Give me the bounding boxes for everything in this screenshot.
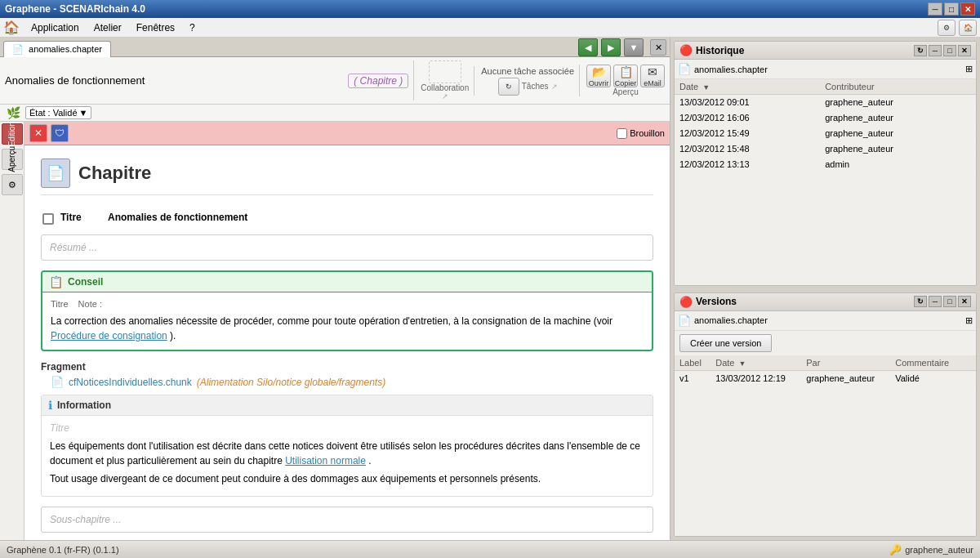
apercu-mode-button[interactable]: Aperçu [2,149,23,170]
historique-minimize-button[interactable]: ─ [929,45,942,56]
apercu-section: 📂 Ouvrir 📋 Copier ✉ eMail Aperçu [579,65,665,96]
restore-button[interactable]: □ [944,2,959,16]
historique-table-row[interactable]: 13/03/2012 09:01 graphene_auteur [675,95,976,110]
apercu-mode-label: Aperçu [7,146,16,172]
collaboration-section: Collaboration ↗ [413,60,469,100]
tasks-refresh-icon[interactable]: ↻ [498,78,519,96]
collaboration-label: Collaboration [421,83,469,92]
tab-bar: 📄 anomalies.chapter ◀ ▶ ▼ ✕ [0,38,670,57]
versions-date-sort-icon[interactable]: ▼ [739,359,746,368]
sous-chapitre-box[interactable]: Sous-chapitre ... [41,507,653,533]
historique-panel-title: Historique [696,45,744,56]
copy-icon: 📋 [619,65,633,78]
info-text-2: Tout usage divergeant de ce document peu… [50,471,644,486]
tab-anomalies[interactable]: 📄 anomalies.chapter [3,41,111,57]
delete-button[interactable]: ✕ [29,124,47,142]
historique-col-contributor: Contributeur [820,79,963,95]
copy-button[interactable]: 📋 Copier [613,65,638,87]
versions-expand-col-icon[interactable]: ⊞ [965,315,973,326]
versions-label-cell: v1 [675,370,710,386]
menu-fenetres[interactable]: Fenêtres [130,20,181,35]
resume-box[interactable]: Résumé ... [41,234,653,261]
edition-label: Edition [7,122,16,146]
conseil-header: 📋 Conseil [42,272,652,292]
versions-panel: 🔴 Versions ↻ ─ □ ✕ 📄 anomalies.chapter ⊞… [674,292,977,538]
editor-content: 📄 Chapitre Titre Anomalies de fonctionne… [24,145,670,540]
email-icon: ✉ [648,65,657,78]
minimize-button[interactable]: ─ [928,2,942,16]
nav-back-button[interactable]: ◀ [578,38,598,56]
date-sort-icon[interactable]: ▼ [702,83,710,92]
historique-table-row[interactable]: 12/03/2012 16:06 graphene_auteur [675,110,976,126]
historique-contributor-cell: graphene_auteur [820,126,963,141]
editor-toolbar: ✕ 🛡 Brouillon [24,122,670,145]
resume-placeholder: Résumé ... [50,242,97,253]
historique-contributor-cell: admin [820,157,963,172]
apercu-buttons: 📂 Ouvrir 📋 Copier ✉ eMail [586,65,665,87]
info-text-1: Les équipements dont l'utilisation est d… [50,439,644,468]
chapter-title-text: Chapitre [78,163,151,184]
menu-atelier[interactable]: Atelier [87,20,128,35]
main-layout: 📄 anomalies.chapter ◀ ▶ ▼ ✕ Anomalies de… [0,38,980,540]
versions-panel-title: Versions [696,296,737,307]
historique-panel-controls: ↻ ─ □ ✕ [914,45,971,56]
historique-close-button[interactable]: ✕ [958,45,971,56]
app-logo-icon: 🏠 [3,20,20,35]
settings-panel-button[interactable]: ⚙ [2,174,23,195]
title-value: Anomalies de fonctionnement [108,212,247,223]
chapter-icon: 📄 [41,158,70,188]
close-tab-button[interactable]: ✕ [650,39,666,56]
fragment-link[interactable]: cfNoticesIndividuelles.chunk [69,377,192,388]
close-button[interactable]: ✕ [960,2,975,16]
historique-expand-cell [963,141,976,157]
fragment-file-icon: 📄 [51,376,64,388]
nav-menu-button[interactable]: ▼ [624,38,644,56]
menu-help[interactable]: ? [183,20,202,35]
right-panel: 🔴 Historique ↻ ─ □ ✕ 📄 anomalies.chapter… [670,38,980,540]
status-bar: Graphène 0.1 (fr-FR) (0.1.1) 🔑 graphene_… [0,540,980,558]
apercu-label: Aperçu [612,87,639,96]
versions-maximize-button[interactable]: □ [943,296,956,307]
versions-file-icon: 📄 [678,315,691,327]
edition-mode-button[interactable]: Edition [2,123,23,145]
versions-minimize-button[interactable]: ─ [929,296,942,307]
sous-chapitre-placeholder: Sous-chapitre ... [50,514,121,525]
historique-table-header: Date ▼ Contributeur [675,79,976,95]
menu-bar: 🏠 Application Atelier Fenêtres ? ⚙ 🏠 [0,18,980,38]
historique-expand-cell [963,110,976,126]
historique-maximize-button[interactable]: □ [943,45,956,56]
main-editor[interactable]: 📄 Chapitre Titre Anomalies de fonctionne… [24,145,670,540]
home-icon-toolbar[interactable]: 🏠 [959,20,977,36]
versions-by-cell: graphene_auteur [801,370,890,386]
email-button[interactable]: ✉ eMail [640,65,665,87]
procedure-consignation-link[interactable]: Procédure de consignation [51,330,167,341]
versions-close-button[interactable]: ✕ [958,296,971,307]
utilisation-normale-link[interactable]: Utilisation normale [285,455,366,466]
historique-table-row[interactable]: 12/03/2012 13:13 admin [675,157,976,172]
open-label: Ouvrir [589,79,609,87]
versions-table-body: v1 13/03/2012 12:19 graphene_auteur Vali… [675,370,976,386]
create-version-button[interactable]: Créer une version [679,334,772,352]
open-button[interactable]: 📂 Ouvrir [586,65,611,87]
historique-panel-header: 🔴 Historique ↻ ─ □ ✕ [675,42,976,60]
gear-icon-toolbar[interactable]: ⚙ [938,20,956,36]
collaboration-expand-icon: ↗ [442,92,448,100]
status-dropdown[interactable]: État : Validé ▼ [25,106,91,119]
historique-table-row[interactable]: 12/03/2012 15:49 graphene_auteur [675,126,976,141]
versions-table-row[interactable]: v1 13/03/2012 12:19 graphene_auteur Vali… [675,370,976,386]
versions-panel-header: 🔴 Versions ↻ ─ □ ✕ [675,293,976,311]
menu-application[interactable]: Application [24,20,86,35]
info-title-field: Titre [50,422,644,434]
brouillon-checkbox[interactable] [617,128,627,139]
historique-table-row[interactable]: 12/03/2012 15:48 graphene_auteur [675,141,976,157]
versions-col-comment: Commentaire [890,355,963,371]
user-key-icon: 🔑 [889,544,902,556]
historique-refresh-button[interactable]: ↻ [914,45,927,56]
nav-forward-button[interactable]: ▶ [601,38,621,56]
historique-expand-col-icon[interactable]: ⊞ [965,64,973,74]
conseil-text: La correction des anomalies nécessite de… [51,314,644,343]
versions-file-name: 📄 anomalies.chapter ⊞ [675,311,976,331]
shield-button[interactable]: 🛡 [51,124,69,142]
info-title: Information [57,400,111,411]
versions-refresh-button[interactable]: ↻ [914,296,927,307]
